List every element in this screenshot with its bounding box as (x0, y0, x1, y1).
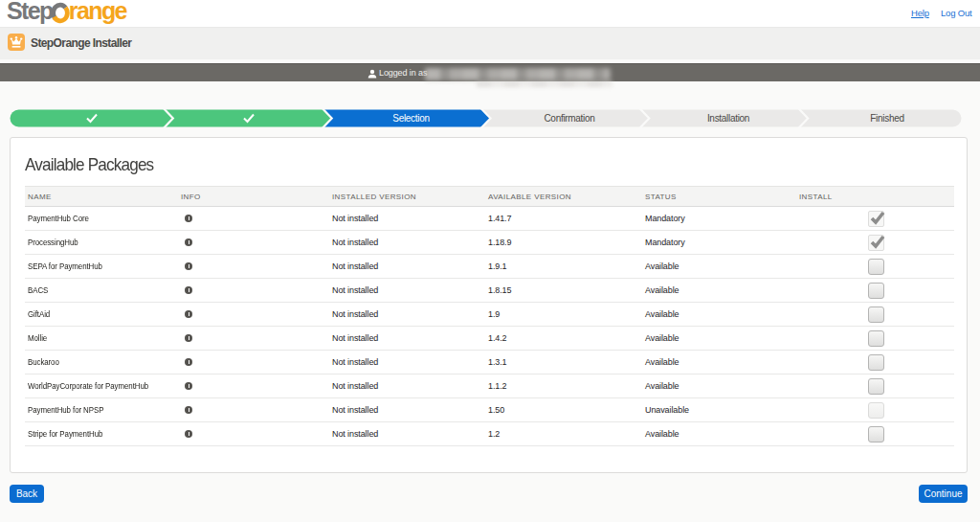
svg-text:Finished: Finished (870, 113, 903, 124)
svg-text:Confirmation: Confirmation (544, 113, 594, 124)
svg-text:Installation: Installation (707, 113, 749, 124)
svg-text:Selection: Selection (392, 113, 429, 124)
